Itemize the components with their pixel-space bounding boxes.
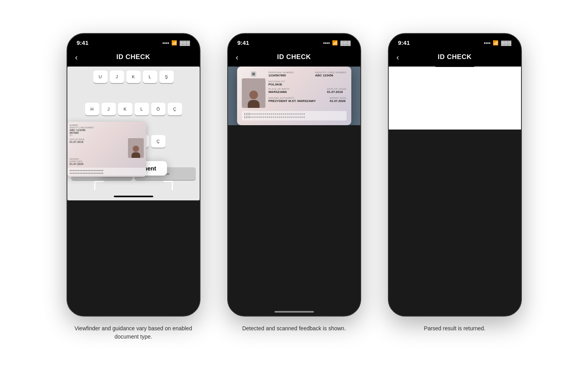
key-l: L xyxy=(143,70,157,83)
viewfinder-corner-tr xyxy=(163,181,173,190)
back-button-1[interactable]: ‹ xyxy=(75,53,78,62)
nav-title-3: ID CHECK xyxy=(438,53,471,61)
wifi-icon-1: 📶 xyxy=(171,40,177,46)
key-s: Ş xyxy=(160,70,174,83)
mrz-line-1: 123<<<<<<<<<<<<<<<<<<<<<<<<<<< xyxy=(244,113,344,116)
phone-1: 9:41 ▪▪▪▪ 📶 ▓▓▓ ‹ ID CHECK U xyxy=(67,33,200,317)
back-button-3[interactable]: ‹ xyxy=(397,53,399,62)
id-card-number-value: ABC 123456 xyxy=(315,74,347,77)
wifi-icon-2: 📶 xyxy=(332,40,338,46)
issuing-authority-value: PREZYDENT M.ST. WARSZAWY xyxy=(269,99,316,103)
status-time-3: 9:41 xyxy=(398,39,410,46)
mini-id-card: NUMBER IDENTITY CARD NUMBER ABC 123456 5… xyxy=(67,122,146,177)
nav-bar-3: ‹ ID CHECK xyxy=(389,49,521,67)
phone-col-2: 9:41 ▪▪▪▪ 📶 ▓▓▓ ‹ ID CHECK xyxy=(223,33,365,333)
id-card-top: ⚿ xyxy=(242,71,347,108)
key-h: H xyxy=(85,103,99,115)
phone-2: 9:41 ▪▪▪▪ 📶 ▓▓▓ ‹ ID CHECK xyxy=(227,33,361,317)
viewfinder xyxy=(94,181,173,200)
nav-title-2: ID CHECK xyxy=(277,53,311,61)
key-j: J xyxy=(110,70,124,83)
caption-1: Viewfinder and guidance vary based on en… xyxy=(70,324,197,341)
wifi-icon-3: 📶 xyxy=(493,40,499,46)
caption-3: Parsed result is returned. xyxy=(424,324,485,333)
viewfinder-corner-tl xyxy=(94,181,104,190)
status-icons-2: ▪▪▪▪ 📶 ▓▓▓ xyxy=(323,40,351,46)
result-screen: ID ✕ FULL NAME JAN KOWALSKI SEX Male xyxy=(389,67,521,130)
status-time-2: 9:41 xyxy=(237,39,249,46)
date-of-issue-value-card: 01.07.2018 xyxy=(327,90,346,94)
nationality-value: POLSKIE xyxy=(269,83,347,86)
status-bar-3: 9:41 ▪▪▪▪ 📶 ▓▓▓ xyxy=(389,34,521,49)
back-button-2[interactable]: ‹ xyxy=(236,53,239,62)
id-card-photo xyxy=(242,78,265,108)
key-c: Ç xyxy=(168,103,182,115)
screen-3: ID ✕ FULL NAME JAN KOWALSKI SEX Male xyxy=(389,67,521,130)
expiry-date-value-card: 01.07.2028 xyxy=(330,99,346,103)
keyboard-screen: U J K L Ş H J K L Ö Ç xyxy=(67,67,200,200)
battery-icon-3: ▓▓▓ xyxy=(501,40,511,46)
signal-icon-2: ▪▪▪▪ xyxy=(323,40,330,46)
key-j2: J xyxy=(102,103,116,115)
key-l2: L xyxy=(135,103,149,115)
screen-2: ⚿ xyxy=(228,67,360,125)
personal-number-value: 1234567890 xyxy=(269,74,294,77)
id-card-scan: ⚿ xyxy=(237,67,351,125)
status-bar-2: 9:41 ▪▪▪▪ 📶 ▓▓▓ xyxy=(228,34,360,49)
battery-icon-2: ▓▓▓ xyxy=(340,40,351,46)
home-indicator-1 xyxy=(114,196,153,197)
key-o: Ö xyxy=(151,103,165,115)
screen-1: U J K L Ş H J K L Ö Ç xyxy=(67,67,200,200)
key-u: U xyxy=(93,70,108,83)
signal-icon-1: ▪▪▪▪ xyxy=(162,40,169,46)
key-k2: K xyxy=(118,103,132,115)
status-bar-1: 9:41 ▪▪▪▪ 📶 ▓▓▓ xyxy=(67,34,200,49)
id-card-fields: PERSONAL NUMBER 1234567890 IDENTITY CARD… xyxy=(269,71,347,108)
caption-2: Detected and scanned feedback is shown. xyxy=(242,324,346,333)
signal-icon-3: ▪▪▪▪ xyxy=(484,40,490,46)
keyboard-row-1: U J K L Ş xyxy=(71,70,196,100)
home-indicator-3 xyxy=(435,67,475,67)
mrz-area: 123<<<<<<<<<<<<<<<<<<<<<<<<<<< 123<<<<<<… xyxy=(242,111,347,120)
key-k: K xyxy=(126,70,141,83)
mrz-line-2: 123<<<<<<<<<<<<<<<<<<<<<<<<<<< xyxy=(244,116,344,119)
status-time-1: 9:41 xyxy=(77,39,89,46)
result-sheet: ID ✕ FULL NAME JAN KOWALSKI SEX Male xyxy=(389,67,521,130)
main-container: 9:41 ▪▪▪▪ 📶 ▓▓▓ ‹ ID CHECK U xyxy=(39,17,549,357)
phone-3: 9:41 ▪▪▪▪ 📶 ▓▓▓ ‹ ID CHECK xyxy=(388,33,522,317)
battery-icon-1: ▓▓▓ xyxy=(180,40,190,46)
place-of-birth-value: WARSZAWA xyxy=(269,90,289,94)
key-c2: Ç xyxy=(151,135,165,148)
phone-col-1: 9:41 ▪▪▪▪ 📶 ▓▓▓ ‹ ID CHECK U xyxy=(63,33,204,341)
status-icons-1: ▪▪▪▪ 📶 ▓▓▓ xyxy=(162,40,190,46)
phone-col-3: 9:41 ▪▪▪▪ 📶 ▓▓▓ ‹ ID CHECK xyxy=(384,33,526,333)
nav-bar-1: ‹ ID CHECK xyxy=(67,49,200,67)
scan-screen: ⚿ xyxy=(228,67,360,125)
status-icons-3: ▪▪▪▪ 📶 ▓▓▓ xyxy=(484,40,511,46)
nav-bar-2: ‹ ID CHECK xyxy=(228,49,360,67)
nav-title-1: ID CHECK xyxy=(116,53,150,61)
